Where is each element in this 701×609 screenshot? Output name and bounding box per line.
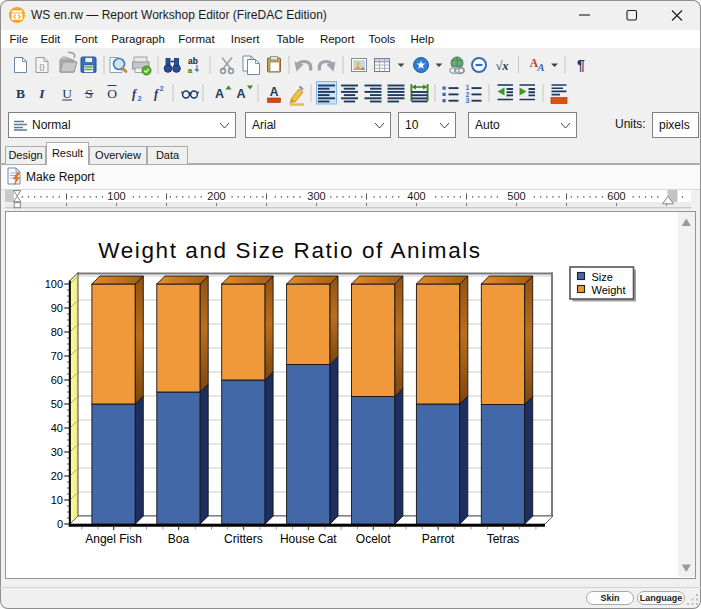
svg-text:100: 100 xyxy=(45,278,63,290)
svg-text:Critters: Critters xyxy=(224,532,263,546)
svg-text:90: 90 xyxy=(51,302,63,314)
svg-text:House Cat: House Cat xyxy=(280,532,337,546)
svg-text:40: 40 xyxy=(51,422,63,434)
svg-text:600: 600 xyxy=(607,190,625,202)
svg-text:Tetras: Tetras xyxy=(487,532,520,546)
svg-text:Size: Size xyxy=(592,271,613,283)
svg-text:Boa: Boa xyxy=(168,532,190,546)
svg-text:Angel Fish: Angel Fish xyxy=(85,532,142,546)
svg-text:Weight: Weight xyxy=(592,284,626,296)
svg-text:60: 60 xyxy=(51,374,63,386)
svg-text:500: 500 xyxy=(507,190,525,202)
svg-text:10: 10 xyxy=(51,494,63,506)
svg-text:200: 200 xyxy=(207,190,225,202)
svg-text:80: 80 xyxy=(51,326,63,338)
svg-text:Ocelot: Ocelot xyxy=(356,532,391,546)
svg-text:Weight and Size Ratio of Anima: Weight and Size Ratio of Animals xyxy=(98,238,481,263)
svg-text:400: 400 xyxy=(407,190,425,202)
svg-text:70: 70 xyxy=(51,350,63,362)
svg-text:Parrot: Parrot xyxy=(422,532,455,546)
svg-text:50: 50 xyxy=(51,398,63,410)
svg-text:100: 100 xyxy=(107,190,125,202)
svg-text:300: 300 xyxy=(307,190,325,202)
svg-text:20: 20 xyxy=(51,470,63,482)
svg-text:0: 0 xyxy=(57,518,63,530)
svg-text:30: 30 xyxy=(51,446,63,458)
